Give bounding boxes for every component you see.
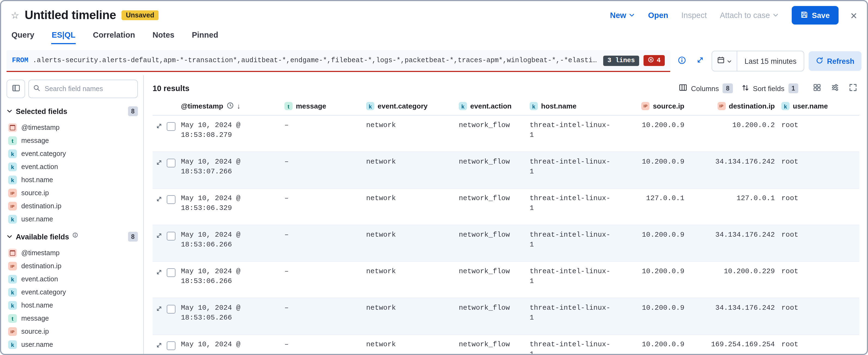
field-type-icon <box>8 249 17 257</box>
field-search[interactable] <box>29 80 138 98</box>
fullscreen-icon <box>849 83 857 93</box>
column-header-host-name[interactable]: k host.name <box>526 102 616 110</box>
esql-query-input[interactable]: FROM .alerts-security.alerts-default,apm… <box>6 50 671 72</box>
available-fields-info-icon[interactable] <box>72 230 78 240</box>
field-item[interactable]: IP destination.ip <box>6 260 138 273</box>
field-type-icon: k <box>366 102 374 110</box>
cell-destination-ip: 127.0.0.1 <box>688 194 778 225</box>
tab[interactable]: Correlation <box>92 29 136 44</box>
display-settings-button[interactable] <box>828 82 841 95</box>
header-actions: New Open Inspect Attach to case Save × <box>610 6 857 25</box>
columns-button[interactable]: Columns 8 <box>679 83 733 93</box>
cell-host-name: threat-intel-linux-1 <box>526 157 616 188</box>
expand-editor-button[interactable] <box>693 54 708 68</box>
row-checkbox[interactable] <box>167 232 176 240</box>
expand-row-icon[interactable] <box>156 342 162 349</box>
collapse-fields-panel-button[interactable] <box>6 80 25 98</box>
open-button[interactable]: Open <box>648 11 668 20</box>
column-header-message[interactable]: t message <box>281 102 363 110</box>
field-item[interactable]: IP source.ip <box>6 325 138 338</box>
table-row[interactable]: May 10, 2024 @ 18:53:07.266 – network ne… <box>153 152 859 189</box>
cell-destination-ip: 34.134.176.242 <box>688 230 778 261</box>
table-row[interactable]: May 10, 2024 @ 18:53:06.266 – network ne… <box>153 262 859 298</box>
column-header-event-category[interactable]: k event.category <box>363 102 456 110</box>
table-row[interactable]: May 10, 2024 @ 18:53:08.279 – network ne… <box>153 116 859 152</box>
cell-event-action: network_flow <box>456 303 526 334</box>
table-row[interactable]: May 10, 2024 @ – network network_flow th… <box>153 335 859 354</box>
cell-source-ip: 10.200.0.9 <box>616 157 688 188</box>
expand-row-icon[interactable] <box>156 196 162 202</box>
row-controls <box>153 230 178 261</box>
date-picker-menu-button[interactable] <box>712 51 738 71</box>
save-button[interactable]: Save <box>792 6 838 25</box>
save-icon <box>800 11 808 20</box>
timeline-modal: ☆ Untitled timeline Unsaved New Open Ins… <box>0 0 868 355</box>
column-header-event-action[interactable]: k event.action <box>456 102 526 110</box>
column-header-source-ip[interactable]: IP source.ip <box>616 102 688 110</box>
field-item[interactable]: t message <box>6 134 138 147</box>
row-checkbox[interactable] <box>167 268 176 277</box>
cell-timestamp: May 10, 2024 @ 18:53:06.329 <box>178 194 281 225</box>
field-item[interactable]: k event.category <box>6 147 138 160</box>
field-item[interactable]: @timestamp <box>6 121 138 134</box>
time-range-button[interactable]: Last 15 minutes <box>738 51 804 71</box>
field-item[interactable]: k event.action <box>6 160 138 173</box>
expand-row-icon[interactable] <box>156 232 162 239</box>
field-item[interactable]: @timestamp <box>6 246 138 260</box>
table-row[interactable]: May 10, 2024 @ 18:53:05.266 – network ne… <box>153 298 859 335</box>
column-header-timestamp[interactable]: @timestamp ↓ <box>178 102 281 111</box>
field-item[interactable]: k host.name <box>6 173 138 186</box>
close-timeline-icon[interactable]: × <box>850 9 857 21</box>
row-checkbox[interactable] <box>167 122 176 131</box>
available-fields-list: @timestamp IP destination.ip k event.act… <box>6 246 138 351</box>
field-item[interactable]: k event.action <box>6 273 138 286</box>
attach-to-case-dropdown-button[interactable]: Attach to case <box>720 11 779 20</box>
tab[interactable]: Query <box>11 29 35 44</box>
selected-fields-header[interactable]: Selected fields 8 <box>6 105 138 118</box>
field-item[interactable]: IP destination.ip <box>6 200 138 213</box>
field-item[interactable]: IP source.ip <box>6 186 138 200</box>
field-item[interactable]: k host.name <box>6 299 138 312</box>
search-icon <box>33 84 40 94</box>
field-item[interactable]: t message <box>6 312 138 325</box>
chevron-down-icon <box>6 106 12 116</box>
expand-row-icon[interactable] <box>156 305 162 312</box>
row-checkbox[interactable] <box>167 195 176 204</box>
column-header-user-name[interactable]: k user.name <box>778 102 859 110</box>
cell-message: – <box>281 267 363 298</box>
field-search-group: 0 <box>28 80 138 98</box>
tab[interactable]: Pinned <box>191 29 219 44</box>
field-search-input[interactable] <box>43 85 133 93</box>
field-name: host.name <box>21 301 53 309</box>
table-row[interactable]: May 10, 2024 @ 18:53:06.266 – network ne… <box>153 225 859 262</box>
row-checkbox[interactable] <box>167 342 176 350</box>
expand-row-icon[interactable] <box>156 123 162 129</box>
panel-toggle-icon <box>12 84 20 94</box>
field-item[interactable]: k user.name <box>6 338 138 351</box>
grid-icon-buttons <box>810 82 859 95</box>
cell-source-ip: 127.0.0.1 <box>616 194 688 225</box>
expand-row-icon[interactable] <box>156 269 162 275</box>
favorite-star-icon[interactable]: ☆ <box>11 9 19 21</box>
new-dropdown-button[interactable]: New <box>610 11 635 20</box>
tab[interactable]: Notes <box>152 29 175 44</box>
cell-destination-ip: 34.134.176.242 <box>688 157 778 188</box>
tab[interactable]: ES|QL <box>51 29 76 44</box>
field-type-icon: k <box>8 340 17 349</box>
query-info-button[interactable] <box>675 54 689 68</box>
cell-event-category: network <box>363 157 456 188</box>
column-header-destination-ip[interactable]: IP destination.ip <box>688 102 778 110</box>
cell-user-name: root <box>778 157 859 188</box>
field-item[interactable]: k event.category <box>6 286 138 299</box>
table-row[interactable]: May 10, 2024 @ 18:53:06.329 – network ne… <box>153 189 859 225</box>
density-button[interactable] <box>810 82 823 95</box>
expand-row-icon[interactable] <box>156 159 162 166</box>
field-item[interactable]: k user.name <box>6 213 138 226</box>
sort-fields-button[interactable]: Sort fields 1 <box>742 83 798 93</box>
inspect-button[interactable]: Inspect <box>681 11 707 20</box>
fullscreen-button[interactable] <box>846 82 859 95</box>
row-checkbox[interactable] <box>167 159 176 168</box>
available-fields-header[interactable]: Available fields 8 <box>6 230 138 243</box>
refresh-button[interactable]: Refresh <box>808 51 862 71</box>
row-checkbox[interactable] <box>167 305 176 314</box>
